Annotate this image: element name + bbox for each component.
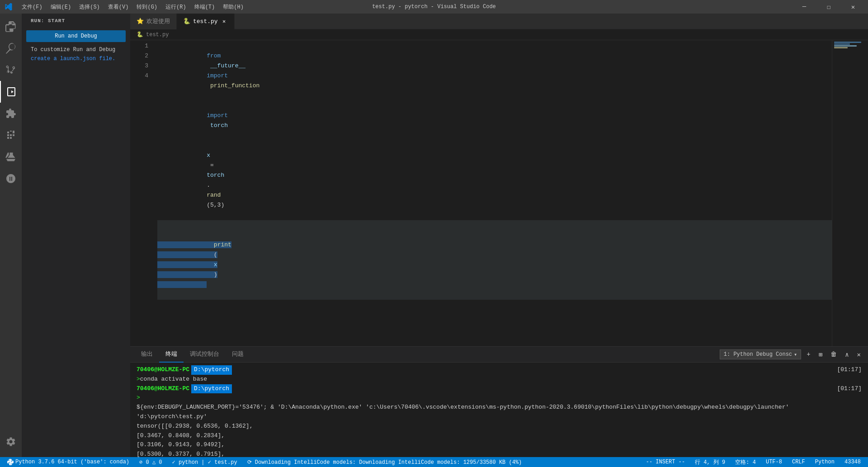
status-notifications[interactable]: 43348	[842, 457, 863, 467]
status-insert-mode[interactable]: -- INSERT --	[643, 457, 688, 467]
line-number-3: 3	[130, 61, 148, 71]
menu-select[interactable]: 选择(S)	[75, 2, 104, 12]
cursor-position-text: 行 4, 列 9	[695, 458, 725, 466]
terminal-row-3: 70406@HOLMZE-PC D:\pytorch [01:17]	[137, 384, 862, 394]
sidebar-item-run-debug[interactable]	[0, 81, 22, 103]
terminal-row-tensor-3: [0.3106, 0.9143, 0.9492],	[137, 440, 862, 450]
status-line-ending[interactable]: CRLF	[789, 457, 808, 467]
line-number-2: 2	[130, 51, 148, 61]
maximize-panel-button[interactable]: ∧	[842, 349, 851, 360]
status-bar: Python 3.7.6 64-bit ('base': conda) ⊘ 0 …	[0, 457, 868, 467]
welcome-tab-label: 欢迎使用	[146, 17, 170, 25]
terminal-row-tensor-4: [0.5300, 0.3737, 0.7915],	[137, 450, 862, 457]
code-line-2: import torch	[157, 101, 832, 141]
terminal-content[interactable]: 70406@HOLMZE-PC D:\pytorch [01:17] > con…	[130, 363, 868, 457]
dot-1: .	[207, 182, 210, 189]
sidebar-item-source-control[interactable]	[0, 59, 22, 81]
operator-eq: =	[207, 162, 217, 169]
status-errors-warnings[interactable]: ⊘ 0 △ 0	[137, 457, 165, 467]
title-bar: 文件(F) 编辑(E) 选择(S) 查看(V) 转到(G) 运行(R) 终端(T…	[0, 0, 868, 14]
close-panel-button[interactable]: ✕	[854, 349, 863, 360]
file-tab-icon: 🐍	[183, 18, 190, 25]
tab-test-py[interactable]: 🐍 test.py ✕	[177, 14, 235, 29]
close-button[interactable]: ✕	[843, 0, 863, 14]
status-linting[interactable]: ✓ python | ✓ test.py	[170, 457, 240, 467]
menu-edit[interactable]: 编辑(E)	[47, 2, 75, 12]
add-terminal-button[interactable]: +	[804, 349, 813, 359]
sidebar-item-settings[interactable]	[0, 431, 22, 453]
terminal-user-2: 70406@HOLMZE-PC	[137, 384, 189, 394]
panel-tab-output[interactable]: 输出	[135, 347, 159, 363]
sidebar-item-flask[interactable]	[0, 146, 22, 168]
menu-file[interactable]: 文件(F)	[18, 2, 46, 12]
trash-terminal-button[interactable]: 🗑	[828, 349, 840, 359]
code-line-1: from __future__ import print_function	[157, 41, 832, 101]
tab-close-button[interactable]: ✕	[221, 18, 228, 25]
editor-content[interactable]: 1 2 3 4 from __future__ import print_fun…	[130, 40, 868, 346]
minimize-button[interactable]: ─	[794, 0, 815, 14]
terminal-line-4-left: > ${env:DEBUGPY_LAUNCHER_PORT}='53476'; …	[137, 393, 862, 421]
minimap-line-2	[834, 43, 850, 45]
status-cursor-position[interactable]: 行 4, 列 9	[692, 457, 728, 467]
terminal-instance-dropdown[interactable]: 1: Python Debug Consc ▾	[720, 349, 801, 359]
menu-run[interactable]: 运行(R)	[162, 2, 190, 12]
sidebar-item-remote[interactable]	[0, 124, 22, 146]
status-bar-left: Python 3.7.6 64-bit ('base': conda) ⊘ 0 …	[5, 457, 524, 467]
language-mode-text: Python	[815, 459, 835, 465]
split-terminal-button[interactable]: ⊞	[816, 349, 825, 360]
create-launch-json-link[interactable]: create a launch.json file.	[26, 56, 126, 62]
func-print: print	[214, 241, 231, 248]
terminal-user-1: 70406@HOLMZE-PC	[137, 365, 189, 375]
status-language-mode[interactable]: Python	[812, 457, 837, 467]
terminal-row-1: 70406@HOLMZE-PC D:\pytorch [01:17]	[137, 365, 862, 375]
tab-welcome[interactable]: ⭐ 欢迎使用	[130, 14, 177, 29]
tab-bar: ⭐ 欢迎使用 🐍 test.py ✕	[130, 14, 868, 29]
panel-tab-terminal[interactable]: 终端	[159, 347, 184, 363]
activity-bar-bottom	[0, 431, 22, 457]
sidebar: RUN: START Run and Debug To customize Ru…	[22, 14, 130, 457]
zhihu-icon	[5, 173, 16, 184]
window-controls[interactable]: ─ ☐ ✕	[794, 0, 863, 14]
terminal-instance-label: 1: Python Debug Consc	[724, 351, 792, 358]
panel-tabs: 输出 终端 调试控制台 问题 1: Python Debug Consc ▾ +…	[130, 347, 868, 363]
terminal-cmd-conda: conda activate base	[140, 375, 207, 384]
vscode-logo-icon	[5, 3, 13, 11]
sidebar-customize-text: To customize Run and Debug	[26, 42, 126, 56]
insert-mode-text: -- INSERT --	[646, 459, 685, 465]
terminal-output-tensor-1: tensor([[0.2938, 0.6536, 0.1362],	[137, 422, 253, 431]
source-control-icon	[5, 65, 16, 75]
terminal-row-tensor-2: [0.3467, 0.8408, 0.2834],	[137, 431, 862, 441]
keyword-import-2: import	[207, 112, 228, 119]
keyword-from: from	[207, 52, 221, 59]
title-bar-menu[interactable]: 文件(F) 编辑(E) 选择(S) 查看(V) 转到(G) 运行(R) 终端(T…	[18, 2, 247, 12]
run-and-debug-button[interactable]: Run and Debug	[26, 30, 126, 42]
menu-help[interactable]: 帮助(H)	[219, 2, 247, 12]
minimap-content	[832, 40, 868, 50]
welcome-tab-icon: ⭐	[137, 18, 144, 25]
encoding-text: UTF-8	[766, 459, 782, 465]
status-encoding[interactable]: UTF-8	[763, 457, 785, 467]
sidebar-item-zhihu[interactable]	[0, 168, 22, 189]
breadcrumb: 🐍 test.py	[130, 29, 868, 40]
code-line-4: print ( x )	[157, 220, 832, 300]
status-indent[interactable]: 空格: 4	[732, 457, 759, 467]
status-python-version[interactable]: Python 3.7.6 64-bit ('base': conda)	[5, 457, 132, 467]
sidebar-header: RUN: START	[22, 14, 130, 26]
panel-tab-debug-console[interactable]: 调试控制台	[184, 347, 226, 363]
sidebar-item-extensions[interactable]	[0, 103, 22, 124]
menu-terminal[interactable]: 终端(T)	[191, 2, 219, 12]
terminal-timestamp-2: [01:17]	[837, 384, 862, 394]
menu-view[interactable]: 查看(V)	[104, 2, 132, 12]
terminal-line-3-left: 70406@HOLMZE-PC D:\pytorch	[137, 384, 232, 394]
sidebar-item-explorer[interactable]	[0, 16, 22, 38]
linting-text: ✓ python | ✓ test.py	[172, 459, 237, 466]
flask-icon	[5, 151, 16, 162]
sidebar-item-search[interactable]	[0, 38, 22, 59]
panel-tab-problems[interactable]: 问题	[226, 347, 250, 363]
editor-area: ⭐ 欢迎使用 🐍 test.py ✕ 🐍 test.py 1	[130, 14, 868, 457]
status-intellicode[interactable]: ⟳ Downloading IntelliCode models: Downlo…	[245, 457, 525, 467]
menu-goto[interactable]: 转到(G)	[133, 2, 161, 12]
maximize-button[interactable]: ☐	[818, 0, 839, 14]
errors-warnings-text: ⊘ 0 △ 0	[139, 459, 162, 466]
keyword-import: import	[207, 72, 228, 79]
